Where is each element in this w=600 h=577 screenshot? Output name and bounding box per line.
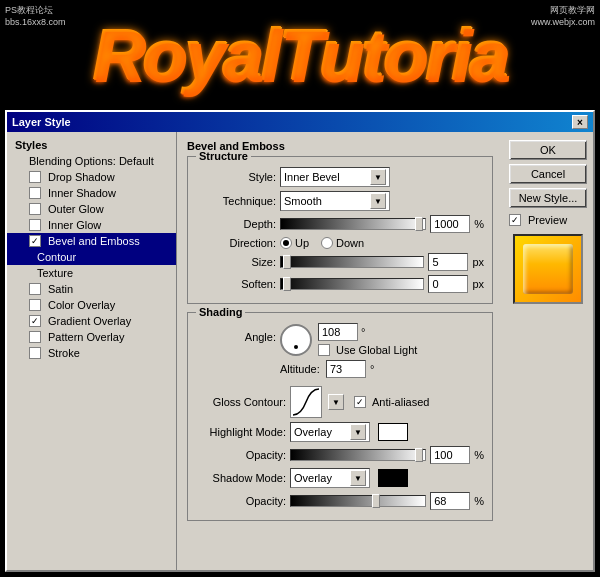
technique-dropdown[interactable]: Smooth ▼ xyxy=(280,191,390,211)
gloss-contour-label: Gloss Contour: xyxy=(196,396,286,408)
bevel-emboss-label: Bevel and Emboss xyxy=(48,235,140,247)
sidebar-item-color-overlay[interactable]: Color Overlay xyxy=(7,297,176,313)
preview-box xyxy=(513,234,583,304)
texture-label: Texture xyxy=(37,267,73,279)
gloss-contour-row: Gloss Contour: ▼ Anti-aliased xyxy=(196,386,484,418)
technique-row: Technique: Smooth ▼ xyxy=(196,191,484,211)
sidebar-item-stroke[interactable]: Stroke xyxy=(7,345,176,361)
shadow-mode-label: Shadow Mode: xyxy=(196,472,286,484)
inner-glow-label: Inner Glow xyxy=(48,219,101,231)
sidebar-item-outer-glow[interactable]: Outer Glow xyxy=(7,201,176,217)
shading-group: Shading Angle: xyxy=(187,312,493,521)
depth-unit: % xyxy=(474,218,484,230)
shadow-opacity-label: Opacity: xyxy=(196,495,286,507)
use-global-light-checkbox[interactable] xyxy=(318,344,330,356)
direction-label: Direction: xyxy=(196,237,276,249)
angle-unit: ° xyxy=(361,326,365,338)
highlight-mode-dropdown-arrow[interactable]: ▼ xyxy=(350,424,366,440)
sidebar-item-pattern-overlay[interactable]: Pattern Overlay xyxy=(7,329,176,345)
size-slider-thumb[interactable] xyxy=(283,255,291,269)
new-style-button[interactable]: New Style... xyxy=(509,188,587,208)
sidebar-item-bevel-emboss[interactable]: Bevel and Emboss xyxy=(7,233,176,249)
close-button[interactable]: × xyxy=(572,115,588,129)
direction-radio-group: Up Down xyxy=(280,237,364,249)
altitude-input[interactable] xyxy=(326,360,366,378)
left-panel: Styles Blending Options: Default Drop Sh… xyxy=(7,132,177,570)
style-label: Style: xyxy=(196,171,276,183)
ok-button[interactable]: OK xyxy=(509,140,587,160)
angle-row: Angle: ° xyxy=(196,323,484,382)
altitude-row: Altitude: ° xyxy=(280,360,417,378)
soften-slider-thumb[interactable] xyxy=(283,277,291,291)
shadow-opacity-unit: % xyxy=(474,495,484,507)
shadow-mode-dropdown[interactable]: Overlay ▼ xyxy=(290,468,370,488)
depth-slider-thumb[interactable] xyxy=(415,217,423,231)
direction-down-btn[interactable] xyxy=(321,237,333,249)
shadow-opacity-input[interactable] xyxy=(430,492,470,510)
satin-checkbox[interactable] xyxy=(29,283,41,295)
technique-label: Technique: xyxy=(196,195,276,207)
depth-label: Depth: xyxy=(196,218,276,230)
pattern-overlay-checkbox[interactable] xyxy=(29,331,41,343)
direction-down-radio[interactable]: Down xyxy=(321,237,364,249)
depth-input[interactable] xyxy=(430,215,470,233)
highlight-opacity-slider-container: % xyxy=(290,446,484,464)
highlight-opacity-thumb[interactable] xyxy=(415,448,423,462)
angle-label: Angle: xyxy=(196,331,276,343)
blending-options-item[interactable]: Blending Options: Default xyxy=(7,153,176,169)
contour-svg xyxy=(291,387,321,417)
bevel-emboss-checkbox[interactable] xyxy=(29,235,41,247)
soften-slider-container: px xyxy=(280,275,484,293)
preview-inner xyxy=(523,244,573,294)
soften-slider[interactable] xyxy=(280,278,424,290)
depth-slider-container: % xyxy=(280,215,484,233)
sidebar-item-texture[interactable]: Texture xyxy=(7,265,176,281)
cancel-button[interactable]: Cancel xyxy=(509,164,587,184)
anti-aliased-checkbox[interactable] xyxy=(354,396,366,408)
style-dropdown-arrow[interactable]: ▼ xyxy=(370,169,386,185)
contour-dropdown-arrow[interactable]: ▼ xyxy=(328,394,344,410)
highlight-mode-dropdown[interactable]: Overlay ▼ xyxy=(290,422,370,442)
direction-up-radio[interactable]: Up xyxy=(280,237,309,249)
direction-up-label: Up xyxy=(295,237,309,249)
layer-style-dialog: Layer Style × Styles Blending Options: D… xyxy=(5,110,595,572)
inner-glow-checkbox[interactable] xyxy=(29,219,41,231)
shadow-opacity-slider[interactable] xyxy=(290,495,426,507)
soften-input[interactable] xyxy=(428,275,468,293)
color-overlay-checkbox[interactable] xyxy=(29,299,41,311)
sidebar-item-drop-shadow[interactable]: Drop Shadow xyxy=(7,169,176,185)
angle-dial-dot xyxy=(294,345,298,349)
sidebar-item-satin[interactable]: Satin xyxy=(7,281,176,297)
style-dropdown[interactable]: Inner Bevel ▼ xyxy=(280,167,390,187)
highlight-mode-row: Highlight Mode: Overlay ▼ xyxy=(196,422,484,442)
soften-row: Soften: px xyxy=(196,275,484,293)
size-slider[interactable] xyxy=(280,256,424,268)
highlight-opacity-input[interactable] xyxy=(430,446,470,464)
highlight-opacity-slider[interactable] xyxy=(290,449,426,461)
gradient-overlay-checkbox[interactable] xyxy=(29,315,41,327)
inner-shadow-checkbox[interactable] xyxy=(29,187,41,199)
drop-shadow-checkbox[interactable] xyxy=(29,171,41,183)
angle-input[interactable] xyxy=(318,323,358,341)
technique-dropdown-arrow[interactable]: ▼ xyxy=(370,193,386,209)
shadow-mode-dropdown-arrow[interactable]: ▼ xyxy=(350,470,366,486)
preview-checkbox[interactable] xyxy=(509,214,521,226)
sidebar-item-inner-shadow[interactable]: Inner Shadow xyxy=(7,185,176,201)
highlight-color-swatch[interactable] xyxy=(378,423,408,441)
angle-dial[interactable] xyxy=(280,324,312,356)
stroke-checkbox[interactable] xyxy=(29,347,41,359)
outer-glow-checkbox[interactable] xyxy=(29,203,41,215)
direction-up-btn[interactable] xyxy=(280,237,292,249)
sidebar-item-gradient-overlay[interactable]: Gradient Overlay xyxy=(7,313,176,329)
gloss-contour-preview[interactable] xyxy=(290,386,322,418)
sidebar-item-inner-glow[interactable]: Inner Glow xyxy=(7,217,176,233)
size-input[interactable] xyxy=(428,253,468,271)
depth-slider[interactable] xyxy=(280,218,426,230)
shadow-opacity-thumb[interactable] xyxy=(372,494,380,508)
shadow-color-swatch[interactable] xyxy=(378,469,408,487)
soften-unit: px xyxy=(472,278,484,290)
direction-down-label: Down xyxy=(336,237,364,249)
drop-shadow-label: Drop Shadow xyxy=(48,171,115,183)
contour-label: Contour xyxy=(37,251,76,263)
sidebar-item-contour[interactable]: Contour xyxy=(7,249,176,265)
